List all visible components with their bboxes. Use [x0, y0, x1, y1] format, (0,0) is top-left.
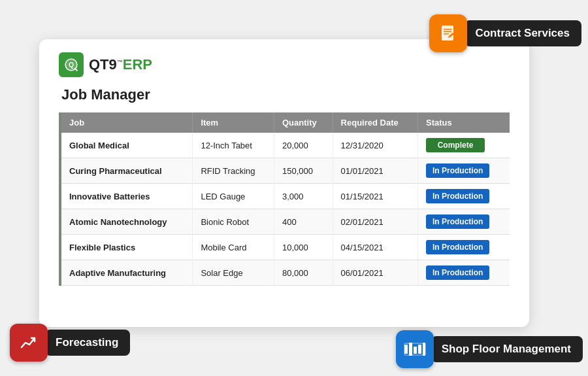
cell-required-date: 06/01/2021	[333, 260, 417, 286]
cell-item: 12-Inch Tabet	[193, 133, 274, 158]
cell-job: Flexible Plastics	[60, 235, 193, 260]
cell-status: In Production	[418, 260, 510, 286]
qt9-logo-icon: Q	[59, 52, 84, 77]
cell-job: Adaptive Manufacturing	[60, 260, 193, 286]
status-badge: In Production	[426, 214, 489, 229]
main-card: Q QT9™ERP Job Manager Job Item Quantity …	[39, 39, 529, 327]
col-status: Status	[418, 112, 510, 133]
cell-status: In Production	[418, 235, 510, 260]
cell-required-date: 01/01/2021	[333, 158, 417, 184]
cell-required-date: 01/15/2021	[333, 184, 417, 209]
table-row: Global Medical12-Inch Tabet20,00012/31/2…	[60, 133, 510, 158]
cell-job: Curing Pharmaceutical	[60, 158, 193, 184]
cell-required-date: 02/01/2021	[333, 209, 417, 235]
cell-job: Innovative Batteries	[60, 184, 193, 209]
forecasting-icon	[10, 324, 48, 362]
table-header-row: Job Item Quantity Required Date Status	[60, 112, 510, 133]
cell-status: In Production	[418, 158, 510, 184]
shopfloor-label: Shop Floor Management	[431, 336, 583, 362]
svg-rect-2	[444, 31, 451, 33]
logo-area: Q QT9™ERP	[59, 52, 510, 77]
table-row: Innovative BatteriesLED Gauge3,00001/15/…	[60, 184, 510, 209]
shopfloor-bubble[interactable]: Shop Floor Management	[396, 330, 583, 368]
svg-rect-9	[409, 343, 412, 356]
cell-quantity: 20,000	[274, 133, 333, 158]
svg-rect-3	[444, 33, 449, 35]
status-badge: In Production	[426, 240, 489, 254]
contract-services-icon	[429, 14, 467, 52]
forecasting-label: Forecasting	[45, 330, 130, 356]
status-badge: In Production	[426, 189, 489, 203]
cell-quantity: 150,000	[274, 158, 333, 184]
svg-rect-10	[414, 347, 417, 354]
table-row: Curing PharmaceuticalRFID Tracking150,00…	[60, 158, 510, 184]
cell-quantity: 400	[274, 209, 333, 235]
cell-required-date: 12/31/2020	[333, 133, 417, 158]
col-job: Job	[60, 112, 193, 133]
cell-quantity: 3,000	[274, 184, 333, 209]
col-item: Item	[193, 112, 274, 133]
shopfloor-icon	[396, 330, 434, 368]
cell-item: Solar Edge	[193, 260, 274, 286]
svg-rect-11	[418, 345, 421, 354]
svg-line-7	[75, 69, 77, 71]
status-badge: Complete	[426, 138, 485, 152]
table-row: Flexible PlasticsMobile Card10,00004/15/…	[60, 235, 510, 260]
forecasting-bubble[interactable]: Forecasting	[10, 324, 130, 362]
cell-item: Mobile Card	[193, 235, 274, 260]
svg-text:Q: Q	[69, 61, 74, 69]
contract-services-label: Contract Services	[465, 20, 581, 46]
cell-quantity: 10,000	[274, 235, 333, 260]
cell-status: In Production	[418, 184, 510, 209]
col-required-date: Required Date	[333, 112, 417, 133]
svg-rect-1	[444, 29, 451, 30]
cell-item: LED Gauge	[193, 184, 274, 209]
svg-rect-0	[442, 26, 453, 41]
cell-item: Bionic Robot	[193, 209, 274, 235]
cell-status: Complete	[418, 133, 510, 158]
logo-text: QT9™ERP	[89, 56, 152, 73]
cell-status: In Production	[418, 209, 510, 235]
cell-item: RFID Tracking	[193, 158, 274, 184]
page-title: Job Manager	[59, 86, 510, 103]
table-row: Atomic NanotechnologyBionic Robot40002/0…	[60, 209, 510, 235]
cell-quantity: 80,000	[274, 260, 333, 286]
col-quantity: Quantity	[274, 112, 333, 133]
cell-job: Atomic Nanotechnology	[60, 209, 193, 235]
status-badge: In Production	[426, 265, 489, 280]
table-row: Adaptive ManufacturingSolar Edge80,00006…	[60, 260, 510, 286]
cell-job: Global Medical	[60, 133, 193, 158]
status-badge: In Production	[426, 163, 489, 178]
cell-required-date: 04/15/2021	[333, 235, 417, 260]
job-table: Job Item Quantity Required Date Status G…	[59, 112, 510, 286]
